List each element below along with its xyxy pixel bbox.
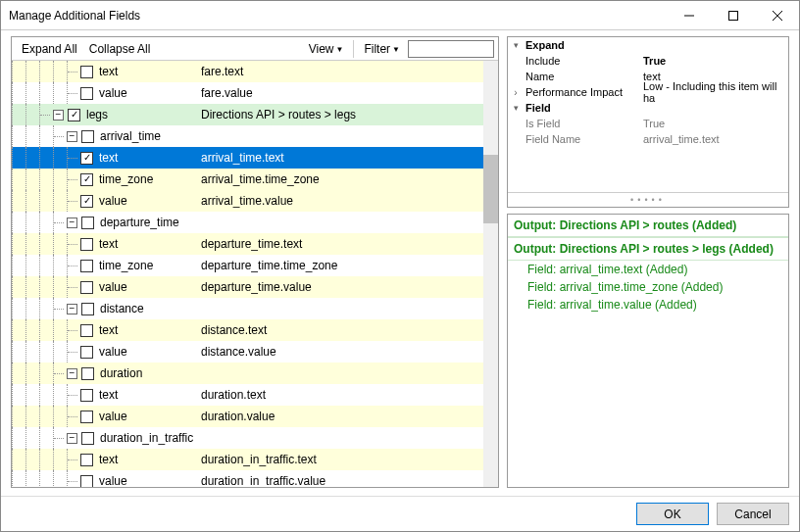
tree-row[interactable]: time_zonearrival_time.time_zone — [12, 169, 498, 190]
collapse-toggle[interactable]: − — [67, 131, 77, 142]
log-item[interactable]: Field: arrival_time.text (Added) — [508, 261, 788, 278]
tree-node-name: time_zone — [97, 172, 197, 186]
prop-value: arrival_time.text — [639, 133, 788, 145]
tree-node-name: value — [97, 410, 197, 423]
tree-row[interactable]: valuedistance.value — [12, 341, 498, 363]
tree-row[interactable]: −departure_time — [12, 212, 498, 233]
filter-dropdown[interactable]: Filter▼ — [358, 40, 406, 58]
titlebar: Manage Additional Fields — [1, 1, 799, 30]
collapse-toggle[interactable]: − — [67, 304, 77, 314]
dialog-buttons: OK Cancel — [1, 496, 799, 531]
log-group[interactable]: Output: Directions API > routes > legs (… — [508, 237, 788, 261]
checkbox[interactable] — [80, 195, 93, 208]
ok-button[interactable]: OK — [636, 503, 709, 525]
log-item[interactable]: Field: arrival_time.time_zone (Added) — [508, 278, 788, 296]
tree-node-desc: duration.value — [197, 410, 481, 423]
checkbox[interactable] — [80, 238, 93, 251]
tree-row[interactable]: −legsDirections API > routes > legs — [12, 104, 498, 125]
checkbox[interactable] — [80, 475, 93, 488]
prop-value[interactable]: True — [639, 55, 788, 67]
checkbox[interactable] — [81, 432, 94, 445]
tree-node-desc: Directions API > routes > legs — [197, 108, 481, 121]
tree-row[interactable]: time_zonedeparture_time.time_zone — [12, 255, 498, 276]
checkbox[interactable] — [80, 346, 93, 359]
prop-key: Performance Impact — [524, 86, 639, 98]
field-tree[interactable]: textfare.textvaluefare.value−legsDirecti… — [12, 61, 498, 487]
log-item[interactable]: Field: arrival_time.value (Added) — [508, 296, 788, 314]
tree-node-name: value — [97, 474, 197, 487]
scrollbar-thumb[interactable] — [483, 155, 498, 223]
tree-row[interactable]: textdeparture_time.text — [12, 233, 498, 255]
checkbox[interactable] — [81, 217, 94, 229]
tree-row[interactable]: −arrival_time — [12, 125, 498, 147]
tree-node-name: departure_time — [98, 216, 197, 229]
collapse-toggle[interactable]: − — [67, 368, 77, 379]
tree-row[interactable]: −duration — [12, 363, 498, 384]
tree-node-desc: distance.value — [197, 345, 481, 359]
checkbox[interactable] — [80, 260, 93, 272]
prop-category: Expand — [524, 39, 639, 51]
tree-node-name: text — [97, 65, 197, 78]
tree-row[interactable]: valueduration_in_traffic.value — [12, 470, 498, 487]
tree-node-name: text — [97, 151, 197, 165]
panes: Expand All Collapse All View▼ Filter▼ te… — [11, 36, 789, 488]
checkbox[interactable] — [81, 303, 94, 315]
view-dropdown[interactable]: View▼ — [303, 40, 350, 58]
tree-row[interactable]: −distance — [12, 298, 498, 319]
checkbox[interactable] — [80, 454, 93, 466]
prop-description-handle[interactable]: ••••• — [508, 192, 788, 207]
tree-row[interactable]: textduration.text — [12, 384, 498, 406]
collapse-icon[interactable]: ▾ — [508, 103, 524, 113]
checkbox[interactable] — [81, 367, 94, 380]
filter-input[interactable] — [408, 40, 494, 58]
log-group[interactable]: Output: Directions API > routes (Added) — [508, 215, 788, 237]
tree-row[interactable]: valuearrival_time.value — [12, 190, 498, 212]
tree-row[interactable]: textduration_in_traffic.text — [12, 449, 498, 470]
minimize-button[interactable] — [667, 1, 711, 29]
tree-node-desc: duration_in_traffic.text — [197, 453, 481, 466]
expand-icon[interactable]: › — [508, 87, 524, 98]
tree-node-name: text — [97, 323, 197, 337]
collapse-toggle[interactable]: − — [67, 433, 77, 444]
property-body: ▾Expand IncludeTrue Nametext ›Performanc… — [508, 37, 788, 192]
prop-key: Name — [524, 71, 639, 82]
cancel-button[interactable]: Cancel — [717, 503, 789, 525]
checkbox[interactable] — [80, 389, 93, 402]
collapse-toggle[interactable]: − — [67, 218, 77, 228]
checkbox[interactable] — [80, 152, 93, 165]
collapse-icon[interactable]: ▾ — [508, 40, 524, 50]
tree-row[interactable]: textdistance.text — [12, 319, 498, 341]
checkbox[interactable] — [80, 411, 93, 423]
checkbox[interactable] — [80, 66, 93, 78]
tree-row[interactable]: textarrival_time.text — [12, 147, 498, 169]
close-button[interactable] — [755, 1, 799, 29]
scrollbar-track[interactable] — [483, 61, 498, 487]
checkbox[interactable] — [80, 87, 93, 100]
tree-row[interactable]: valueduration.value — [12, 406, 498, 427]
expand-all-button[interactable]: Expand All — [16, 40, 83, 58]
tree-row[interactable]: textfare.text — [12, 61, 498, 82]
prop-key: Include — [524, 55, 639, 67]
tree-node-name: text — [97, 388, 197, 402]
tree-node-desc: distance.text — [197, 323, 481, 337]
maximize-button[interactable] — [711, 1, 755, 29]
checkbox[interactable] — [68, 109, 80, 121]
tree-row[interactable]: −duration_in_traffic — [12, 427, 498, 449]
checkbox[interactable] — [80, 324, 93, 337]
prop-value[interactable]: Low - Including this item will ha — [639, 80, 788, 104]
tree-node-name: duration — [98, 366, 197, 380]
checkbox[interactable] — [81, 130, 94, 143]
tree-node-name: distance — [98, 302, 197, 315]
tree-node-name: legs — [84, 108, 197, 121]
tree-node-desc: arrival_time.text — [197, 151, 481, 165]
tree-row[interactable]: valuedeparture_time.value — [12, 276, 498, 298]
tree-node-desc: arrival_time.time_zone — [197, 172, 481, 186]
checkbox[interactable] — [80, 173, 93, 186]
tree-row[interactable]: valuefare.value — [12, 82, 498, 104]
collapse-all-button[interactable]: Collapse All — [83, 40, 157, 58]
tree-node-name: text — [97, 453, 197, 466]
checkbox[interactable] — [80, 281, 93, 294]
collapse-toggle[interactable]: − — [53, 110, 64, 121]
change-log: Output: Directions API > routes (Added) … — [507, 214, 789, 488]
window-buttons — [667, 1, 799, 29]
